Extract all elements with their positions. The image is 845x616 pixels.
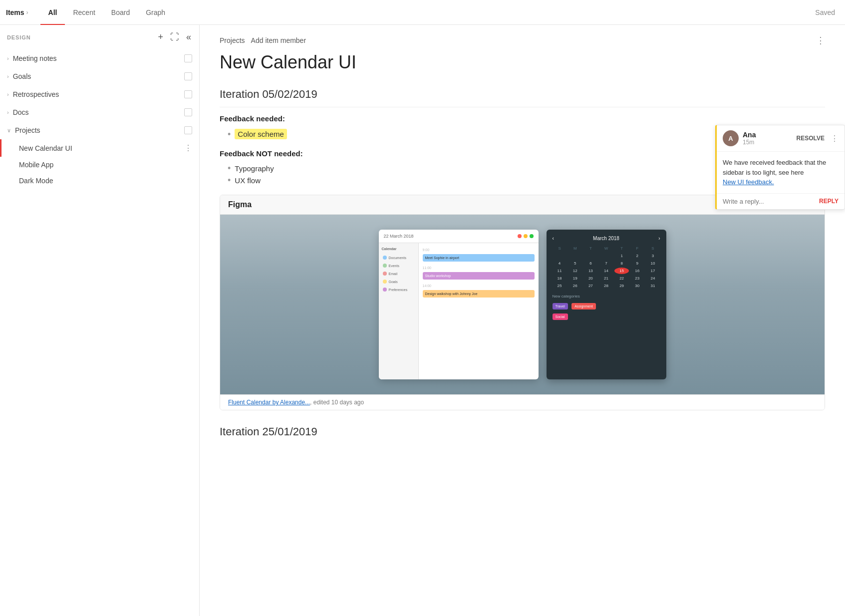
comment-body: We have received feedback that the sideb… (717, 152, 845, 193)
sidebar-subitem-dark-mode[interactable]: Dark Mode (0, 173, 199, 189)
sidebar-item-label: Goals (13, 72, 31, 80)
comment-time: 15m (743, 139, 793, 146)
header-actions: + ⛶ « (157, 31, 192, 43)
sidebar-item-label: Docs (13, 108, 29, 116)
breadcrumb-projects[interactable]: Projects (220, 36, 245, 44)
figma-footer: Fluent Calendar by Alexande..., edited 1… (220, 394, 825, 410)
comment-link[interactable]: New UI feedback. (723, 178, 774, 186)
chevron-right-icon: › (7, 109, 9, 115)
sidebar-subitem-new-calendar-ui[interactable]: New Calendar UI ⋮ (0, 139, 199, 157)
cal-dark-month: March 2018 (593, 236, 619, 241)
sidebar-section-label: DESIGN (7, 34, 30, 40)
tab-board[interactable]: Board (103, 0, 138, 25)
items-label[interactable]: Items (6, 8, 24, 16)
subitem-label: Mobile App (19, 161, 192, 169)
content-area: Projects Add item member ⋮ New Calendar … (200, 25, 845, 616)
sidebar-item-meeting-notes[interactable]: › Meeting notes (0, 49, 199, 67)
figma-embed: Figma 22 March 2018 (220, 195, 825, 410)
sidebar-item-projects[interactable]: ∨ Projects (0, 121, 199, 139)
cal-dark-next[interactable]: › (658, 236, 660, 241)
content-breadcrumb: Projects Add item member ⋮ (220, 35, 825, 46)
top-nav: Items › All Recent Board Graph Saved (0, 0, 845, 25)
sidebar-item-checkbox[interactable] (184, 90, 192, 98)
main-layout: DESIGN + ⛶ « › Meeting notes › Goals (0, 25, 845, 616)
iteration1-title: Iteration 05/02/2019 (220, 88, 825, 107)
tab-recent[interactable]: Recent (65, 0, 103, 25)
calendar-light-mockup: 22 March 2018 Calendar Documents (379, 230, 539, 379)
color-scheme-highlight: Color scheme (235, 129, 287, 139)
subitem-label: New Calendar UI (19, 144, 184, 152)
typography-item: Typography (235, 164, 274, 173)
chevron-right-icon: › (7, 55, 9, 61)
sidebar-item-checkbox[interactable] (184, 54, 192, 62)
figma-edit-info: , edited 10 days ago (310, 399, 364, 406)
sidebar-item-checkbox[interactable] (184, 72, 192, 80)
chevron-down-icon: ∨ (7, 127, 11, 134)
saved-label: Saved (815, 8, 835, 16)
comment-text: We have received feedback that the sideb… (723, 159, 826, 176)
sidebar-header: DESIGN + ⛶ « (0, 25, 199, 49)
breadcrumb-add-member[interactable]: Add item member (251, 36, 306, 44)
expand-button[interactable]: ⛶ (169, 31, 180, 43)
tab-list: All Recent Board Graph (40, 0, 174, 24)
figma-overlay: 22 March 2018 Calendar Documents (220, 215, 825, 394)
comment-reply-input[interactable] (723, 198, 815, 205)
figma-content: 22 March 2018 Calendar Documents (220, 215, 825, 394)
comment-username: Ana (743, 131, 793, 139)
cal-dark-prev[interactable]: ‹ (553, 236, 554, 241)
resolve-button[interactable]: RESOLVE (797, 135, 825, 142)
sidebar-item-label: Meeting notes (13, 54, 57, 62)
chevron-right-icon: › (7, 91, 9, 97)
sidebar-subitem-mobile-app[interactable]: Mobile App (0, 157, 199, 173)
more-icon[interactable]: ⋮ (184, 143, 192, 153)
sidebar-item-label: Projects (15, 126, 40, 134)
sidebar: DESIGN + ⛶ « › Meeting notes › Goals (0, 25, 200, 616)
tab-graph[interactable]: Graph (138, 0, 173, 25)
comment-header: A Ana 15m RESOLVE ⋮ (717, 125, 845, 152)
comment-avatar: A (723, 130, 739, 146)
sidebar-item-label: Retrospectives (13, 90, 59, 98)
comment-user-info: Ana 15m (743, 131, 793, 146)
tab-all[interactable]: All (40, 0, 65, 25)
comment-reply-area: REPLY (717, 193, 845, 209)
content-more-button[interactable]: ⋮ (816, 35, 825, 46)
comment-box: A Ana 15m RESOLVE ⋮ We have received fee… (715, 125, 845, 210)
reply-button[interactable]: REPLY (819, 198, 839, 205)
collapse-button[interactable]: « (185, 31, 192, 43)
ux-flow-item: UX flow (235, 176, 261, 185)
sidebar-item-goals[interactable]: › Goals (0, 67, 199, 85)
figma-link[interactable]: Fluent Calendar by Alexande... (228, 399, 310, 406)
comment-more-icon[interactable]: ⋮ (831, 134, 839, 143)
page-title: New Calendar UI (220, 52, 825, 73)
chevron-right-icon: › (7, 73, 9, 79)
subitem-label: Dark Mode (19, 177, 192, 185)
sidebar-item-checkbox[interactable] (184, 108, 192, 116)
calendar-dark-mockup: ‹ March 2018 › S M T W T F S (547, 230, 666, 379)
breadcrumb-chevron-icon: › (26, 9, 28, 16)
feedback-needed-heading: Feedback needed: (220, 114, 825, 123)
sidebar-item-checkbox[interactable] (184, 126, 192, 134)
breadcrumb: Items › (6, 8, 28, 16)
sidebar-item-docs[interactable]: › Docs (0, 103, 199, 121)
iteration2-title: Iteration 25/01/2019 (220, 425, 825, 438)
add-button[interactable]: + (157, 31, 164, 43)
sidebar-item-retrospectives[interactable]: › Retrospectives (0, 85, 199, 103)
